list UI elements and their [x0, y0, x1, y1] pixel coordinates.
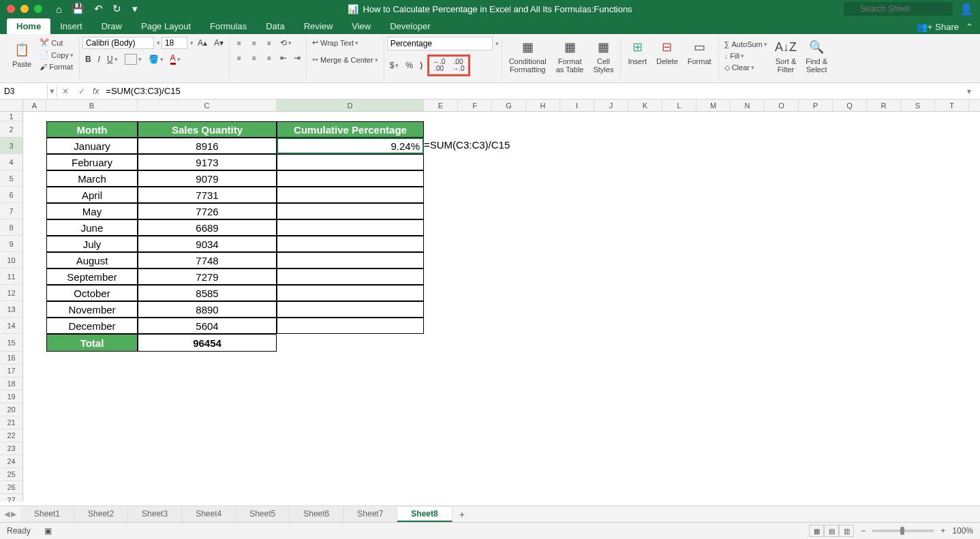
col-header-C[interactable]: C [138, 99, 277, 111]
col-header-B[interactable]: B [46, 99, 138, 111]
cut-button[interactable]: ✂️ Cut [37, 37, 76, 48]
row-header-20[interactable]: 20 [0, 403, 23, 416]
autosum-button[interactable]: ∑ AutoSum▾ [722, 39, 770, 50]
minimize-window-icon[interactable] [20, 5, 29, 13]
cell-B13[interactable]: November [46, 301, 138, 318]
cell-B15[interactable]: Total [46, 334, 138, 352]
row-header-5[interactable]: 5 [0, 170, 23, 187]
currency-button[interactable]: $▾ [387, 59, 402, 72]
row-header-17[interactable]: 17 [0, 365, 23, 378]
col-header-D[interactable]: D [277, 99, 424, 111]
decrease-indent-button[interactable]: ⇤ [277, 52, 290, 64]
cell-C12[interactable]: 8585 [138, 285, 277, 301]
cell-C8[interactable]: 6689 [138, 219, 277, 236]
tab-draw[interactable]: Draw [92, 18, 132, 34]
row-header-13[interactable]: 13 [0, 301, 23, 318]
row-header-4[interactable]: 4 [0, 154, 23, 170]
cell-C6[interactable]: 7731 [138, 187, 277, 203]
sheet-tab-sheet4[interactable]: Sheet4 [182, 507, 236, 522]
row-header-18[interactable]: 18 [0, 378, 23, 390]
sheet-tab-sheet5[interactable]: Sheet5 [236, 507, 290, 522]
sheet-tab-sheet1[interactable]: Sheet1 [20, 507, 74, 522]
cell-styles-button[interactable]: ▦Cell Styles [589, 37, 617, 75]
fill-color-button[interactable]: 🪣▾ [146, 53, 166, 65]
row-header-11[interactable]: 11 [0, 268, 23, 285]
comma-style-button[interactable]: ⟩ [417, 59, 426, 72]
cell-C14[interactable]: 5604 [138, 318, 277, 334]
formula-input[interactable] [102, 84, 961, 97]
tab-home[interactable]: Home [7, 18, 50, 34]
cell-C4[interactable]: 9173 [138, 154, 277, 170]
col-header-M[interactable]: M [696, 99, 731, 111]
cell-C9[interactable]: 9034 [138, 236, 277, 252]
tab-page-layout[interactable]: Page Layout [132, 18, 200, 34]
border-button[interactable]: ▾ [122, 52, 144, 66]
bold-button[interactable]: B [82, 53, 94, 65]
format-as-table-button[interactable]: ▦Format as Table [552, 37, 588, 75]
cell-C5[interactable]: 9079 [138, 170, 277, 187]
increase-decimal-button[interactable]: ←.0.00 [430, 57, 448, 74]
row-header-3[interactable]: 3 [0, 138, 23, 154]
name-box[interactable] [0, 85, 48, 97]
redo-icon[interactable]: ↻ [112, 3, 121, 15]
cell-C10[interactable]: 7748 [138, 252, 277, 268]
col-header-G[interactable]: G [492, 99, 526, 111]
cell-B14[interactable]: December [46, 318, 138, 334]
fx-icon[interactable]: fx [90, 87, 102, 96]
cell-D6[interactable] [277, 187, 424, 203]
conditional-formatting-button[interactable]: ▦Conditional Formatting [505, 37, 551, 75]
cell-D7[interactable] [277, 203, 424, 219]
cell-D9[interactable] [277, 236, 424, 252]
sheet-tab-sheet7[interactable]: Sheet7 [343, 507, 397, 522]
select-all-corner[interactable] [0, 99, 23, 112]
cell-D8[interactable] [277, 219, 424, 236]
row-header-26[interactable]: 26 [0, 481, 23, 494]
col-header-J[interactable]: J [594, 99, 628, 111]
font-size-select[interactable] [162, 37, 187, 49]
share-button[interactable]: 👥+ Share ⌃ [910, 20, 980, 34]
merge-center-button[interactable]: ⇿ Merge & Center▾ [309, 54, 381, 65]
copy-button[interactable]: 📄 Copy▾ [37, 49, 76, 61]
tab-data[interactable]: Data [256, 18, 294, 34]
align-top-button[interactable]: ≡ [232, 37, 246, 48]
cell-D12[interactable] [277, 285, 424, 301]
col-header-P[interactable]: P [799, 99, 833, 111]
align-bottom-button[interactable]: ≡ [262, 37, 276, 48]
paste-button[interactable]: 📋 Paste [8, 40, 35, 70]
row-header-25[interactable]: 25 [0, 468, 23, 481]
row-header-16[interactable]: 16 [0, 352, 23, 365]
user-icon[interactable]: 👤 [960, 3, 973, 16]
cell-C7[interactable]: 7726 [138, 203, 277, 219]
col-header-E[interactable]: E [424, 99, 458, 111]
col-header-A[interactable]: A [23, 99, 46, 111]
align-right-button[interactable]: ≡ [262, 52, 276, 63]
col-header-O[interactable]: O [765, 99, 799, 111]
row-header-1[interactable]: 1 [0, 112, 23, 121]
col-header-N[interactable]: N [731, 99, 765, 111]
column-headers[interactable]: ABCDEFGHIJKLMNOPQRST [23, 99, 980, 112]
cell-D3[interactable]: 9.24% [277, 138, 424, 154]
cell-C3[interactable]: 8916 [138, 138, 277, 154]
cell-B11[interactable]: September [46, 268, 138, 285]
cell-D5[interactable] [277, 170, 424, 187]
sheet-tab-sheet2[interactable]: Sheet2 [74, 507, 128, 522]
cell-D13[interactable] [277, 301, 424, 318]
page-break-view-button[interactable]: ▥ [839, 525, 854, 537]
cell-B10[interactable]: August [46, 252, 138, 268]
customize-qat-icon[interactable]: ▾ [132, 3, 138, 15]
row-header-15[interactable]: 15 [0, 334, 23, 352]
col-header-F[interactable]: F [458, 99, 492, 111]
format-cells-button[interactable]: ▭Format [684, 37, 716, 67]
col-header-T[interactable]: T [935, 99, 969, 111]
cell-B4[interactable]: February [46, 154, 138, 170]
delete-cells-button[interactable]: ⊟Delete [652, 37, 682, 67]
col-header-K[interactable]: K [628, 99, 662, 111]
col-header-I[interactable]: I [560, 99, 594, 111]
clear-button[interactable]: ◇ Clear▾ [722, 62, 770, 74]
italic-button[interactable]: I [95, 53, 103, 65]
expand-fbar-icon[interactable]: ▾ [961, 87, 977, 96]
number-format-select[interactable] [387, 37, 493, 50]
row-header-19[interactable]: 19 [0, 390, 23, 403]
cell-D2[interactable]: Cumulative Percentage [277, 121, 424, 138]
row-header-21[interactable]: 21 [0, 416, 23, 429]
